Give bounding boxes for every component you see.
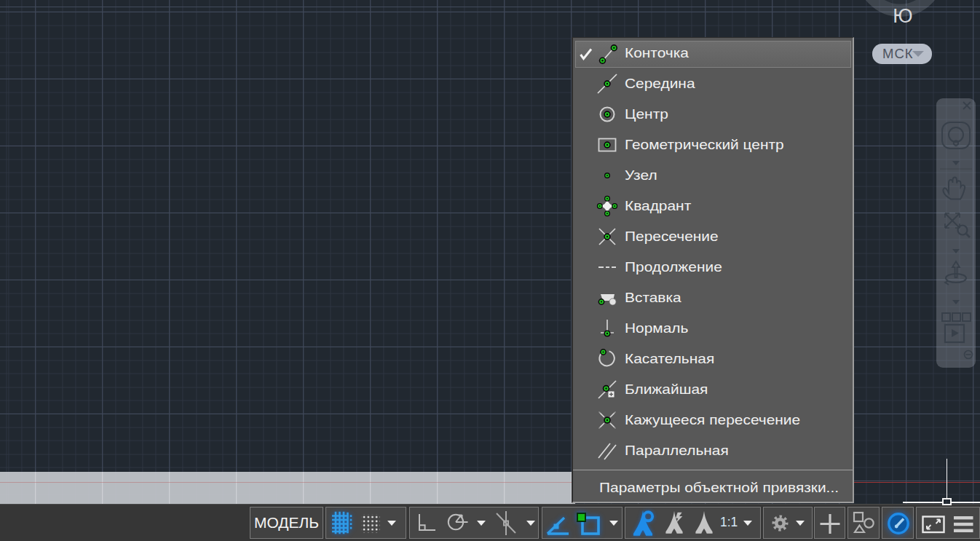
svg-text:Ю: Ю xyxy=(893,5,912,27)
